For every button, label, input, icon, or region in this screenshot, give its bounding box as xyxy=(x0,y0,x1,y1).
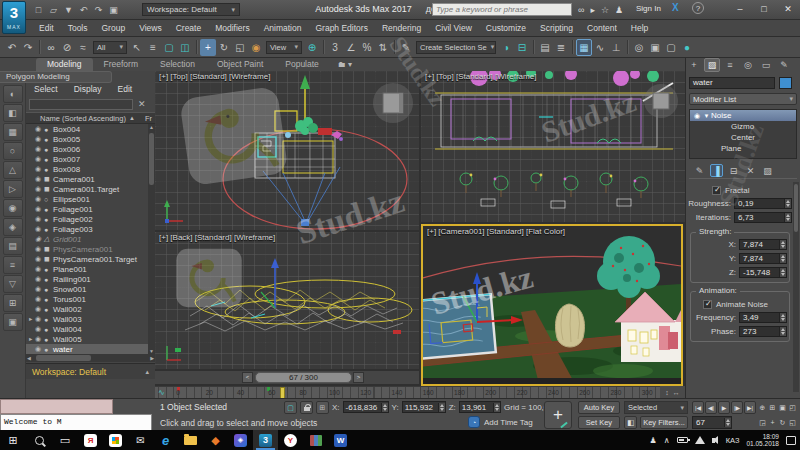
visibility-eye-icon[interactable]: ◉ xyxy=(35,205,44,213)
previous-key-icon[interactable]: ◀| xyxy=(705,401,717,414)
object-name-field[interactable]: water xyxy=(689,77,775,89)
explorer-item-Torus001[interactable]: ◉●Torus001 xyxy=(26,294,148,304)
workspace-expand-icon[interactable]: ▴ xyxy=(145,368,149,376)
utilities-tab[interactable]: ✎ xyxy=(776,58,792,72)
stack-item-center[interactable]: Center xyxy=(690,132,796,143)
select-link-icon[interactable]: ∞ xyxy=(43,39,59,56)
new-file-icon[interactable]: □ xyxy=(32,2,45,17)
close-button[interactable]: ✕ xyxy=(776,0,800,19)
task-view-icon[interactable]: ▭ xyxy=(52,430,78,450)
visibility-eye-icon[interactable]: ◉ xyxy=(35,285,44,293)
explorer-item-Snow001[interactable]: ◉●Snow001 xyxy=(26,284,148,294)
menu-content[interactable]: Content xyxy=(580,20,624,37)
explorer-item-water[interactable]: ◉●water xyxy=(26,344,148,354)
explorer-filter-icon-11[interactable]: ⊞ xyxy=(3,294,23,312)
explorer-filter-icon-0[interactable]: ◐ xyxy=(3,85,23,103)
curve-editor-icon[interactable]: ∿ xyxy=(592,39,608,56)
rect-region-icon[interactable]: ▢ xyxy=(161,39,177,56)
roughness-field[interactable]: 0,19 xyxy=(734,198,792,209)
select-rotate-icon[interactable]: ↻ xyxy=(216,39,232,56)
visibility-eye-icon[interactable]: ◉ xyxy=(35,345,44,353)
share-icon[interactable]: ▸ xyxy=(590,5,595,15)
visibility-eye-icon[interactable]: ◉ xyxy=(35,335,44,343)
visibility-eye-icon[interactable]: ◉ xyxy=(35,165,44,173)
play-icon[interactable]: ▶ xyxy=(718,401,730,414)
redo-icon[interactable]: ↷ xyxy=(20,39,36,56)
spinner-icon[interactable] xyxy=(779,327,786,336)
taskbar-app-winrar[interactable] xyxy=(303,430,328,450)
explorer-item-Box007[interactable]: ◉●Box007 xyxy=(26,154,148,164)
visibility-eye-icon[interactable]: ◉ xyxy=(35,215,44,223)
menu-create[interactable]: Create xyxy=(169,20,209,37)
explorer-item-Box008[interactable]: ◉●Box008 xyxy=(26,164,148,174)
selection-lock-icon[interactable] xyxy=(300,401,313,414)
viewport-back-label[interactable]: [+] [Back] [Standard] [Wireframe] xyxy=(159,233,275,242)
zoom-extents-all-icon[interactable]: ◰ xyxy=(788,401,797,414)
explorer-workspace-bar[interactable]: Workspace: Default ▴ xyxy=(26,363,155,379)
viewport-top-right[interactable]: [+] [Top] [Standard] [Wireframe] xyxy=(421,71,685,222)
render-setup-icon[interactable]: ▣ xyxy=(647,39,663,56)
viewport-top[interactable]: [+] [Top] [Standard] [Wireframe] xyxy=(155,71,419,230)
key-set-dropdown[interactable]: Selected xyxy=(624,401,688,414)
polygon-modeling-panel[interactable]: Polygon Modeling xyxy=(0,71,112,83)
create-tab[interactable]: + xyxy=(686,58,702,72)
viewport-top-label[interactable]: [+] [Top] [Standard] [Wireframe] xyxy=(159,72,270,81)
show-end-result-icon[interactable]: ▐ xyxy=(710,164,723,177)
add-time-tag[interactable]: ◔ Add Time Tag xyxy=(468,416,533,428)
taskbar-app-edge[interactable]: e xyxy=(153,430,178,450)
percent-snap-icon[interactable]: % xyxy=(359,39,375,56)
explorer-item-Box004[interactable]: ◉●Box004 xyxy=(26,124,148,134)
set-key-button[interactable]: Set Key xyxy=(578,416,620,429)
pan-icon[interactable]: + xyxy=(768,416,777,429)
ribbon-overflow-icon[interactable]: 🖿 ▾ xyxy=(338,58,352,71)
viewport-back[interactable]: [+] [Back] [Standard] [Wireframe] xyxy=(155,232,419,369)
visibility-eye-icon[interactable]: ◉ xyxy=(35,305,44,313)
maxscript-listener-output[interactable]: Welcome to M xyxy=(0,414,152,431)
orbit-icon[interactable]: ↻ xyxy=(778,416,787,429)
make-unique-icon[interactable]: ⊟ xyxy=(727,164,740,177)
select-object-icon[interactable]: ↖ xyxy=(129,39,145,56)
visibility-eye-icon[interactable]: ◉ xyxy=(35,195,44,203)
menu-customize[interactable]: Customize xyxy=(479,20,533,37)
spinner-icon[interactable] xyxy=(381,403,388,412)
taskbar-app-yandex-browser[interactable]: Я xyxy=(78,430,103,450)
display-tab[interactable]: ▭ xyxy=(758,58,774,72)
select-by-name-icon[interactable]: ≡ xyxy=(145,39,161,56)
y-coordinate-field[interactable]: 115,932 xyxy=(402,401,446,413)
wifi-icon[interactable] xyxy=(695,436,705,444)
menu-views[interactable]: Views xyxy=(132,20,169,37)
spinner-snap-icon[interactable]: ⇅ xyxy=(375,39,391,56)
explorer-item-Foliage001[interactable]: ◉●Foliage001 xyxy=(26,204,148,214)
next-key-icon[interactable]: |▶ xyxy=(731,401,743,414)
explorer-search-input[interactable] xyxy=(29,99,133,110)
time-slider-bar[interactable]: 67 / 300 xyxy=(255,372,352,383)
explorer-filter-icon-5[interactable]: ▷ xyxy=(3,180,23,198)
mirror-icon[interactable]: ◑ xyxy=(498,39,514,56)
undo-icon[interactable]: ↶ xyxy=(4,39,20,56)
taskbar-search-icon[interactable] xyxy=(26,430,52,450)
key-filters-button[interactable]: Key Filters... xyxy=(640,416,688,429)
explorer-item-Wall003[interactable]: ►◉●Wall003 xyxy=(26,314,148,324)
ribbon-toggle-icon[interactable]: ▦ xyxy=(576,39,592,56)
menu-group[interactable]: Group xyxy=(95,20,133,37)
open-file-icon[interactable]: ▱ xyxy=(47,2,60,17)
select-scale-icon[interactable]: ◱ xyxy=(232,39,248,56)
start-button[interactable]: ⊞ xyxy=(0,430,26,450)
visibility-eye-icon[interactable]: ◉ xyxy=(35,225,44,233)
angle-snap-icon[interactable]: ∠ xyxy=(343,39,359,56)
taskbar-app-media-app[interactable]: ◈ xyxy=(228,430,253,450)
taskbar-app-file-explorer[interactable] xyxy=(178,430,203,450)
help-search-input[interactable] xyxy=(432,3,572,16)
people-icon[interactable]: ♟ xyxy=(650,436,657,445)
explorer-filter-icon-12[interactable]: ▣ xyxy=(3,313,23,331)
coord-system-dropdown[interactable]: View xyxy=(266,41,302,54)
explorer-column-header[interactable]: Name (Sorted Ascending) ▲ Fr xyxy=(26,112,155,124)
community-search-icon[interactable]: ∞ xyxy=(578,5,584,15)
spinner-icon[interactable] xyxy=(779,240,786,249)
mini-curve-editor-icon[interactable]: ∿ xyxy=(158,388,165,397)
spinner-icon[interactable] xyxy=(779,268,786,277)
visibility-eye-icon[interactable]: ◉ xyxy=(35,235,44,243)
set-keys-button[interactable]: + xyxy=(544,401,572,429)
layer-explorer-icon[interactable]: ≣ xyxy=(553,39,569,56)
stack-item-noise[interactable]: ◉▼Noise xyxy=(690,110,796,121)
